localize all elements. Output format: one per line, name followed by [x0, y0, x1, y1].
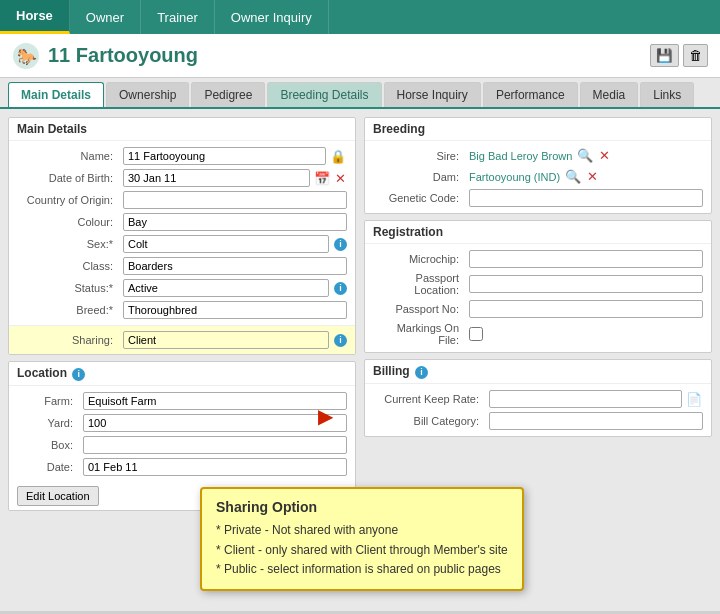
colour-select-wrapper: Bay	[123, 213, 347, 231]
dam-value-group: Fartooyoung (IND) 🔍 ✕	[469, 168, 703, 185]
sharing-select[interactable]: Client Private Public	[123, 331, 329, 349]
billing-title: Billing i	[365, 360, 711, 384]
sire-value: Big Bad Leroy Brown	[469, 150, 572, 162]
colour-select[interactable]: Bay	[123, 213, 347, 231]
location-date-input[interactable]	[83, 458, 347, 476]
breeding-section: Breeding Sire: Big Bad Leroy Brown 🔍 ✕ D…	[364, 117, 712, 214]
tooltip-line1: * Private - Not shared with anyone	[216, 521, 508, 540]
sire-remove-icon[interactable]: ✕	[598, 147, 611, 164]
lock-icon: 🔒	[329, 148, 347, 165]
keep-rate-icon[interactable]: 📄	[685, 391, 703, 408]
tab-pedigree[interactable]: Pedigree	[191, 82, 265, 107]
yard-input[interactable]	[83, 414, 347, 432]
tab-bar: Main Details Ownership Pedigree Breeding…	[0, 78, 720, 109]
tab-main-details[interactable]: Main Details	[8, 82, 104, 107]
tooltip-line3: * Public - select information is shared …	[216, 560, 508, 579]
farm-input[interactable]	[83, 392, 347, 410]
sharing-field-group: Client Private Public i	[123, 331, 347, 349]
horse-logo: 🐎	[12, 42, 40, 70]
registration-title: Registration	[365, 221, 711, 244]
breed-select[interactable]: Thoroughbred	[123, 301, 347, 319]
billing-section: Billing i Current Keep Rate: 📄 Bill Cate…	[364, 359, 712, 437]
billing-info-icon[interactable]: i	[415, 366, 428, 379]
dob-clear-icon[interactable]: ✕	[334, 170, 347, 187]
location-title: Location i	[9, 362, 355, 386]
name-label: Name:	[17, 150, 117, 162]
markings-checkbox[interactable]	[469, 327, 483, 341]
box-input[interactable]	[83, 436, 347, 454]
country-select-wrapper	[123, 191, 347, 209]
main-details-title: Main Details	[9, 118, 355, 141]
registration-section: Registration Microchip: Passport Locatio…	[364, 220, 712, 353]
nav-horse[interactable]: Horse	[0, 0, 70, 34]
delete-button[interactable]: 🗑	[683, 44, 708, 67]
breed-select-wrapper: Thoroughbred	[123, 301, 347, 319]
microchip-label: Microchip:	[373, 253, 463, 265]
dob-field-group: 📅 ✕	[123, 169, 347, 187]
breeding-title: Breeding	[365, 118, 711, 141]
sharing-arrow: ▶	[318, 404, 333, 428]
yard-label: Yard:	[17, 417, 77, 429]
sire-value-group: Big Bad Leroy Brown 🔍 ✕	[469, 147, 703, 164]
dam-remove-icon[interactable]: ✕	[586, 168, 599, 185]
status-field-group: Active i	[123, 279, 347, 297]
bill-category-select[interactable]	[489, 412, 703, 430]
passport-no-label: Passport No:	[373, 303, 463, 315]
dob-label: Date of Birth:	[17, 172, 117, 184]
edit-location-button[interactable]: Edit Location	[17, 486, 99, 506]
country-label: Country of Origin:	[17, 194, 117, 206]
main-content: Main Details Name: 🔒 Date of Birth: 📅 ✕ …	[0, 109, 720, 611]
nav-owner[interactable]: Owner	[70, 0, 141, 34]
sex-select[interactable]: Colt	[123, 235, 329, 253]
tab-ownership[interactable]: Ownership	[106, 82, 189, 107]
nav-owner-inquiry[interactable]: Owner Inquiry	[215, 0, 329, 34]
main-details-form: Name: 🔒 Date of Birth: 📅 ✕ Country of Or…	[9, 141, 355, 325]
status-label: Status:*	[17, 282, 117, 294]
breed-label: Breed:*	[17, 304, 117, 316]
dam-search-icon[interactable]: 🔍	[564, 168, 582, 185]
sire-label: Sire:	[373, 150, 463, 162]
name-field-group: 🔒	[123, 147, 347, 165]
passport-loc-label: Passport Location:	[373, 272, 463, 296]
keep-rate-label: Current Keep Rate:	[373, 393, 483, 405]
tooltip-line2: * Client - only shared with Client throu…	[216, 541, 508, 560]
passport-loc-input[interactable]	[469, 275, 703, 293]
genetic-input[interactable]	[469, 189, 703, 207]
markings-label: Markings On File:	[373, 322, 463, 346]
microchip-input[interactable]	[469, 250, 703, 268]
name-input[interactable]	[123, 147, 326, 165]
sharing-info-icon[interactable]: i	[334, 334, 347, 347]
country-select[interactable]	[123, 191, 347, 209]
tab-horse-inquiry[interactable]: Horse Inquiry	[384, 82, 481, 107]
passport-no-input[interactable]	[469, 300, 703, 318]
nav-trainer[interactable]: Trainer	[141, 0, 215, 34]
sharing-label: Sharing:	[17, 334, 117, 346]
save-button[interactable]: 💾	[650, 44, 679, 67]
sex-field-group: Colt i	[123, 235, 347, 253]
dam-value: Fartooyoung (IND)	[469, 171, 560, 183]
box-label: Box:	[17, 439, 77, 451]
page-title: 11 Fartooyoung	[48, 44, 198, 67]
svg-text:🐎: 🐎	[17, 47, 37, 66]
top-nav: Horse Owner Trainer Owner Inquiry	[0, 0, 720, 34]
dam-label: Dam:	[373, 171, 463, 183]
billing-form: Current Keep Rate: 📄 Bill Category:	[365, 384, 711, 436]
location-info-icon[interactable]: i	[72, 368, 85, 381]
tab-media[interactable]: Media	[580, 82, 639, 107]
sex-info-icon[interactable]: i	[334, 238, 347, 251]
tab-links[interactable]: Links	[640, 82, 694, 107]
dob-input[interactable]	[123, 169, 310, 187]
sharing-row: Sharing: Client Private Public i	[9, 325, 355, 354]
keep-rate-group: 📄	[489, 390, 703, 408]
sharing-tooltip: Sharing Option * Private - Not shared wi…	[200, 487, 524, 591]
sire-search-icon[interactable]: 🔍	[576, 147, 594, 164]
status-info-icon[interactable]: i	[334, 282, 347, 295]
genetic-label: Genetic Code:	[373, 192, 463, 204]
keep-rate-input[interactable]	[489, 390, 682, 408]
tab-breeding-details[interactable]: Breeding Details	[267, 82, 381, 107]
location-form: Farm: Yard: Box: Date:	[9, 386, 355, 482]
class-select[interactable]: Boarders	[123, 257, 347, 275]
calendar-icon[interactable]: 📅	[313, 170, 331, 187]
tab-performance[interactable]: Performance	[483, 82, 578, 107]
status-select[interactable]: Active	[123, 279, 329, 297]
